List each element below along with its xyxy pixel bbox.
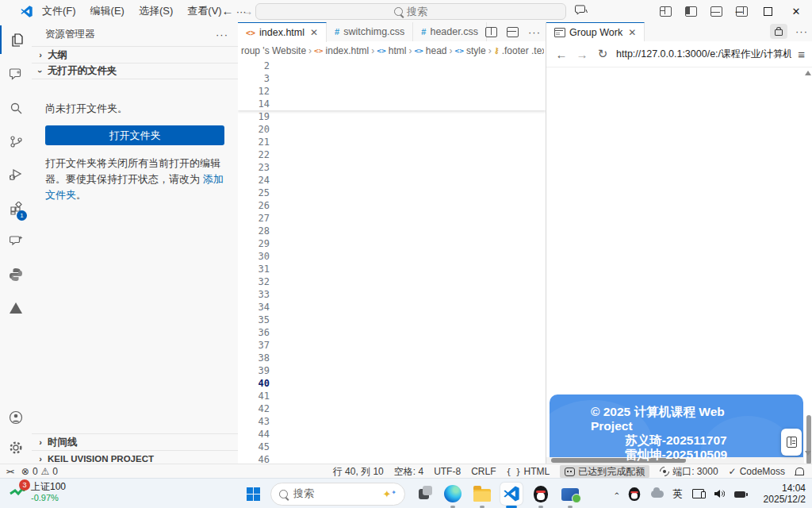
customize-layout-icon[interactable] — [660, 6, 672, 17]
code-line-35[interactable]: 35 — [238, 314, 546, 326]
pylance-triangle-icon[interactable] — [0, 294, 32, 322]
panel-more-icon[interactable]: ··· — [795, 25, 808, 37]
status-item[interactable]: CRLF — [471, 466, 496, 477]
status-item[interactable]: 行 40, 列 10 — [333, 465, 384, 479]
volume-icon[interactable] — [714, 489, 725, 498]
toggle-sidebar-icon[interactable] — [685, 6, 697, 17]
code-line-40[interactable]: 40 — [238, 377, 546, 390]
close-icon[interactable]: ✕ — [310, 27, 318, 38]
minimize-icon[interactable]: ─ — [723, 0, 755, 22]
scroll-up-icon[interactable] — [805, 71, 811, 75]
code-line-42[interactable]: 42 — [238, 402, 546, 415]
python-icon[interactable] — [0, 260, 32, 289]
titlebar-search-input[interactable]: 搜索 — [255, 3, 566, 20]
vscode-button[interactable] — [500, 483, 523, 505]
start-button[interactable] — [243, 483, 263, 504]
extensions-icon[interactable]: 1 — [0, 194, 32, 222]
browser-forward-icon[interactable]: → — [575, 48, 589, 61]
problems-indicator[interactable]: ⊗0 ⚠0 — [21, 466, 58, 477]
tab-index.html[interactable]: <>index.html✕ — [238, 22, 327, 42]
code-line-29[interactable]: 29 — [238, 237, 546, 250]
remote-indicator[interactable]: >< — [6, 468, 13, 475]
chat-sparkle-icon[interactable] — [0, 227, 32, 256]
editor-layout-icon[interactable] — [507, 27, 519, 37]
remote-desktop-button[interactable] — [559, 483, 581, 505]
code-line-3[interactable]: 3 — [238, 72, 546, 85]
task-view-button[interactable] — [412, 483, 435, 505]
taskbar-clock[interactable]: 14:04 2025/12/2 — [764, 483, 806, 505]
weather-stock-widget[interactable]: 3 上证100 -0.97% — [8, 481, 66, 503]
cloud-icon[interactable] — [651, 491, 664, 498]
breadcrumb-item[interactable]: <>index.html — [314, 45, 369, 56]
layout-float-button[interactable] — [781, 429, 802, 456]
code-line-28[interactable]: 28 — [238, 225, 546, 237]
code-line-32[interactable]: 32 — [238, 275, 546, 288]
code-line-19[interactable]: 19 — [238, 110, 546, 123]
code-line-34[interactable]: 34 — [238, 301, 546, 314]
status-item[interactable]: 空格: 4 — [394, 465, 423, 479]
status-item[interactable]: { }HTML — [506, 466, 550, 477]
explorer-icon[interactable] — [0, 25, 33, 54]
toggle-panel-icon[interactable] — [710, 6, 722, 17]
nav-back-icon[interactable]: ← — [220, 4, 235, 18]
close-icon[interactable]: ✕ — [628, 27, 636, 38]
code-line-20[interactable]: 20 — [238, 123, 546, 136]
browser-menu-icon[interactable]: ≡ — [798, 48, 812, 61]
menu-item[interactable]: 文件(F) — [35, 4, 83, 18]
code-line-12[interactable]: 12 — [238, 85, 546, 98]
code-line-46[interactable]: 46 — [238, 453, 546, 464]
code-line-21[interactable]: 21 — [238, 136, 546, 148]
code-line-2[interactable]: 2 — [238, 60, 546, 72]
edge-button[interactable] — [442, 483, 464, 505]
url-field[interactable]: http://127.0.0.1:3000/e:/课程作业/计算机作业/网 — [616, 48, 791, 61]
qq-tray-icon[interactable] — [628, 487, 639, 501]
code-line-27[interactable]: 27 — [238, 212, 546, 225]
breadcrumb-item[interactable]: <>head — [414, 45, 446, 56]
qq-button[interactable] — [530, 483, 552, 505]
code-line-43[interactable]: 43 — [238, 415, 546, 428]
menu-item[interactable]: 选择(S) — [132, 4, 180, 18]
scroll-down-icon[interactable] — [805, 451, 811, 456]
section-outline[interactable]: › 大纲 — [32, 46, 238, 63]
status-item[interactable]: UTF-8 — [434, 466, 461, 477]
editor-more-icon[interactable]: ··· — [528, 26, 541, 38]
code-line-45[interactable]: 45 — [238, 441, 546, 453]
code-line-41[interactable]: 41 — [238, 390, 546, 402]
code-line-22[interactable]: 22 — [238, 148, 546, 161]
tab-switchimg.css[interactable]: #switchimg.css — [327, 22, 413, 41]
code-line-30[interactable]: 30 — [238, 250, 546, 263]
chat-icon[interactable] — [0, 60, 32, 89]
run-debug-icon[interactable] — [0, 160, 32, 189]
sidebar-more-icon[interactable]: ··· — [216, 29, 238, 40]
source-control-icon[interactable] — [0, 127, 32, 156]
code-area[interactable]: 231214 192021222324252627282930313233343… — [238, 60, 546, 464]
breadcrumb-item[interactable]: roup 's Website — [241, 45, 306, 56]
breadcrumb-item[interactable]: <>html — [377, 45, 406, 56]
code-line-25[interactable]: 25 — [238, 187, 546, 199]
code-line-33[interactable]: 33 — [238, 288, 546, 301]
split-editor-icon[interactable] — [485, 27, 497, 37]
browser-back-icon[interactable]: ← — [554, 48, 569, 61]
section-no-folder[interactable]: › 无打开的文件夹 — [32, 63, 238, 79]
search-icon[interactable] — [0, 94, 32, 122]
code-line-36[interactable]: 36 — [238, 326, 546, 339]
nav-forward-icon[interactable]: → — [240, 4, 255, 18]
code-line-39[interactable]: 39 — [238, 364, 546, 377]
battery-icon[interactable] — [734, 491, 745, 498]
ime-indicator[interactable]: 英 — [673, 487, 684, 501]
file-explorer-button[interactable] — [471, 483, 493, 505]
code-line-24[interactable]: 24 — [238, 174, 546, 187]
code-line-31[interactable]: 31 — [238, 263, 546, 275]
code-line-44[interactable]: 44 — [238, 428, 546, 441]
open-folder-button[interactable]: 打开文件夹 — [45, 125, 224, 145]
copilot-chat-icon[interactable] — [575, 5, 588, 16]
code-line-38[interactable]: 38 — [238, 352, 546, 364]
code-line-37[interactable]: 37 — [238, 339, 546, 352]
tray-expand-icon[interactable]: › — [611, 492, 621, 495]
browser-vertical-scrollbar[interactable] — [804, 67, 812, 457]
status-item[interactable]: 已达到完成配额 — [560, 465, 649, 478]
settings-gear-icon[interactable] — [0, 433, 32, 462]
browser-reload-icon[interactable]: ↻ — [596, 47, 610, 61]
tab-header.css[interactable]: #header.css — [413, 22, 487, 41]
code-line-26[interactable]: 26 — [238, 199, 546, 212]
